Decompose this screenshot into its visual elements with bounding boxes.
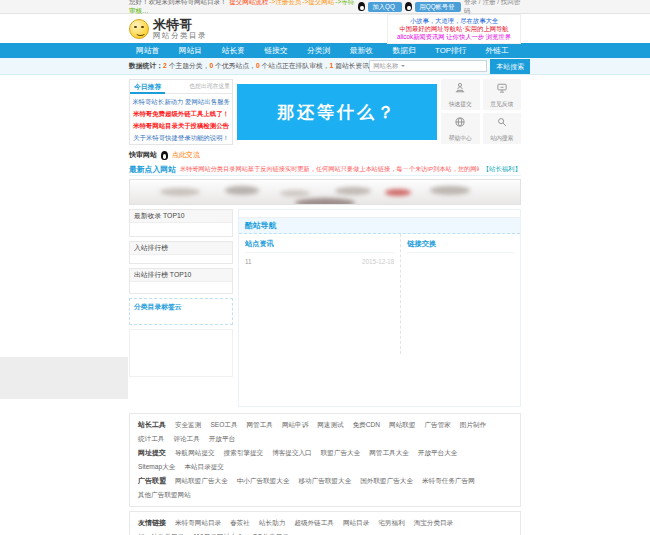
- friend-link[interactable]: 淘宝分类目录: [414, 516, 454, 530]
- footer-link[interactable]: 统计工具: [138, 432, 164, 446]
- ad-strip-blob: [160, 188, 200, 196]
- latest-included-title: 最新收录 TOP10: [130, 210, 232, 223]
- footer-link[interactable]: 导航网站提交: [175, 446, 215, 460]
- footer-link[interactable]: 网速测试: [317, 418, 343, 432]
- footer-link[interactable]: 搜索引擎提交: [224, 446, 264, 460]
- nav-item-网站目录[interactable]: 网站目录: [172, 43, 215, 58]
- search-input[interactable]: [405, 61, 486, 71]
- today-recommend-item[interactable]: 米特哥免费超级外链工具上线了！: [132, 108, 230, 120]
- logo-wall-ad-strip[interactable]: [129, 179, 521, 205]
- friend-link[interactable]: 超级外链工具: [294, 516, 334, 530]
- friend-link[interactable]: 网站目录: [343, 516, 369, 530]
- search-button[interactable]: 本站搜索: [490, 59, 530, 74]
- footer-link[interactable]: 本站目录提交: [184, 460, 224, 474]
- header-ad-line[interactable]: 小故事，大道理，尽在故事大全: [391, 17, 517, 25]
- qq-login-button[interactable]: 用QQ帐号登录: [415, 2, 460, 12]
- in-rank-title: 入站排行榜: [130, 242, 232, 255]
- footer-link[interactable]: 网站联盟: [389, 418, 415, 432]
- footer-link[interactable]: 中小广告联盟大全: [237, 474, 290, 488]
- submit-flow-step[interactable]: 提交网站流程: [229, 0, 268, 5]
- submit-flow-step[interactable]: ->注册会员: [269, 0, 301, 5]
- quick-box-label: 帮助中心: [449, 134, 472, 143]
- footer-link[interactable]: 博客提交入口: [272, 446, 312, 460]
- quick-box-帮助中心[interactable]: 帮助中心: [441, 113, 480, 144]
- footer-link[interactable]: 图片制作: [460, 418, 486, 432]
- quick-box-label: 快速提交: [449, 100, 472, 109]
- footer-link[interactable]: Sitemap大全: [138, 460, 175, 474]
- footer-link[interactable]: 米特哥任务广告网: [422, 474, 475, 488]
- footer-link[interactable]: 移动广告联盟大全: [299, 474, 352, 488]
- site-title: 米特哥: [153, 18, 207, 31]
- nav-item-分类浏览[interactable]: 分类浏览: [300, 43, 343, 58]
- header-ad-line[interactable]: 中国最好的网址导航站·实用的上网导航: [391, 25, 517, 33]
- quick-box-快速提交[interactable]: 快速提交: [441, 79, 480, 110]
- latest-in-marquee: 米特哥网站分类目录网站基于反向链接实时更新，任何网站只要做上本站链接，每一个来访…: [180, 165, 479, 174]
- sidebar-empty-box: [129, 329, 233, 377]
- today-recommend-item[interactable]: 米特哥网站目录关于投稿检测公告: [132, 120, 230, 132]
- qq-chat-link[interactable]: 点此交流: [172, 150, 200, 160]
- today-recommend-item[interactable]: 米特哥站长新动力 爱网站出售服务: [132, 96, 230, 108]
- quick-box-意见反馈[interactable]: 意见反馈: [483, 79, 522, 110]
- main-nav: 网站首页网站目录站长资讯链接交换分类浏览最新收录数据归档TOP排行榜外链工具: [0, 43, 650, 58]
- ad-strip-blob: [295, 198, 355, 205]
- footer-link[interactable]: 网管工具: [247, 418, 273, 432]
- site-logo[interactable]: 米特哥 网站分类目录: [129, 18, 207, 40]
- promo-banner[interactable]: 那还等什么？: [237, 84, 437, 140]
- nav-item-TOP排行榜[interactable]: TOP排行榜: [428, 43, 478, 58]
- today-recommend-item[interactable]: 关于米特哥快捷登录功能的说明！: [132, 132, 230, 144]
- header-ad-line[interactable]: alicok新闻资讯网 让你快人一步 浏览世界: [391, 33, 517, 41]
- auth-link[interactable]: 注册: [482, 0, 495, 5]
- footer-link[interactable]: 广告管家: [424, 418, 450, 432]
- header-ad-box[interactable]: 小故事，大道理，尽在故事大全中国最好的网址导航站·实用的上网导航alicok新闻…: [387, 14, 521, 44]
- latest-included-box: 最新收录 TOP10: [129, 209, 233, 237]
- footer-link[interactable]: 网站联盟广告大全: [175, 474, 228, 488]
- site-news-title: 站点资讯: [245, 239, 394, 253]
- quick-box-站内搜索[interactable]: 站内搜索: [483, 113, 522, 144]
- friend-link[interactable]: 站长助力: [259, 516, 285, 530]
- friend-link[interactable]: 米特哥网站目录: [175, 516, 221, 530]
- nav-item-数据归档[interactable]: 数据归档: [385, 43, 428, 58]
- news-row[interactable]: 11 2015-12-18: [245, 256, 394, 268]
- nav-item-外链工具[interactable]: 外链工具: [478, 43, 521, 58]
- footer-link[interactable]: 开放平台: [209, 432, 235, 446]
- footer-link[interactable]: 免费CDN: [353, 418, 380, 432]
- footer-link[interactable]: 联盟广告大全: [321, 446, 361, 460]
- tag-cloud-title: 分类目录标签云: [134, 302, 228, 312]
- friend-link[interactable]: 好一站分类目录: [138, 530, 184, 535]
- footer-link[interactable]: 安全监测: [175, 418, 201, 432]
- floating-side-widget[interactable]: [0, 357, 128, 399]
- friend-link[interactable]: QQ分类目录: [252, 530, 289, 535]
- footer-link[interactable]: 开放平台大全: [418, 446, 458, 460]
- footer-link[interactable]: 其他广告联盟网站: [138, 488, 191, 502]
- webmaster-benefit-badge[interactable]: 【站长福利】: [483, 165, 521, 174]
- friend-link[interactable]: 春茶社: [230, 516, 250, 530]
- qq-penguin-icon: [358, 2, 365, 11]
- main-panel: 酷站导航 站点资讯 11 2015-12-18 链接交换: [238, 209, 521, 407]
- friend-link[interactable]: 110目录网址大全: [193, 530, 243, 535]
- tab-side-note[interactable]: 也想出现在这里: [189, 82, 232, 91]
- friend-link[interactable]: 宅男福利: [378, 516, 404, 530]
- quick-action-grid: 快速提交意见反馈帮助中心站内搜索: [441, 79, 521, 145]
- welcome-text: 您好！欢迎来到米特哥网站目录！: [129, 0, 227, 5]
- nav-item-最新收录[interactable]: 最新收录: [343, 43, 386, 58]
- footer-group-title: 站长工具: [138, 418, 166, 432]
- quick-box-label: 站内搜索: [490, 134, 513, 143]
- search-category-select[interactable]: 网站名称: [373, 62, 405, 71]
- footer-link[interactable]: SEO工具: [210, 418, 237, 432]
- tab-today-recommend[interactable]: 今日推荐: [130, 80, 165, 94]
- news-date: 2015-12-18: [362, 256, 394, 268]
- auth-link[interactable]: 登录: [464, 0, 477, 5]
- news-title-text: 11: [245, 256, 252, 268]
- out-rank-body: [130, 282, 232, 293]
- nav-item-网站首页[interactable]: 网站首页: [129, 43, 172, 58]
- footer-link[interactable]: 网站申诉: [282, 418, 308, 432]
- submit-flow-step[interactable]: ->提交网站: [302, 0, 334, 5]
- footer-link[interactable]: 网管工具大全: [369, 446, 409, 460]
- ad-strip-blob: [280, 190, 310, 197]
- footer-link[interactable]: 评论工具: [173, 432, 199, 446]
- nav-item-链接交换[interactable]: 链接交换: [257, 43, 300, 58]
- join-qq-group-button[interactable]: 加入QQ群: [368, 2, 402, 12]
- footer-link[interactable]: 国外联盟广告大全: [360, 474, 413, 488]
- latest-in-title[interactable]: 最新点入网站: [129, 164, 176, 175]
- nav-item-站长资讯[interactable]: 站长资讯: [214, 43, 257, 58]
